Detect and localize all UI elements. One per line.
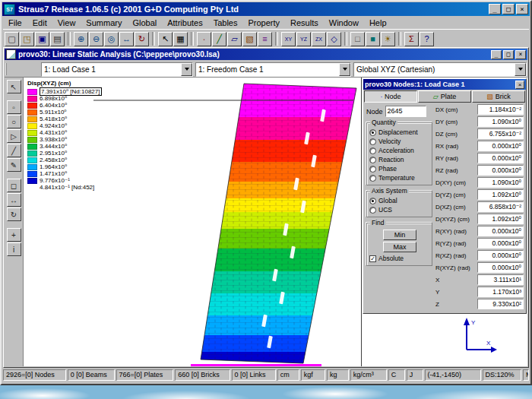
radio-acceleration[interactable]: Acceleration: [369, 146, 430, 155]
circle-select-tool-button[interactable]: ○: [7, 115, 21, 128]
results-panel-close-button[interactable]: ×: [515, 81, 524, 89]
radio-phase[interactable]: Phase: [369, 164, 430, 173]
result-value[interactable]: 1.090x10⁰: [477, 177, 524, 188]
result-value[interactable]: 3.111x10¹: [477, 274, 524, 285]
view-yz-button[interactable]: YZ: [296, 32, 311, 46]
result-value[interactable]: 0.000x10⁰: [477, 226, 524, 236]
axis-system-combobox[interactable]: Global XYZ (Cartesian): [353, 62, 527, 77]
minimize-button[interactable]: _: [489, 4, 501, 14]
brush-select-tool-button[interactable]: ✎: [7, 158, 21, 172]
menu-help[interactable]: Help: [364, 17, 392, 28]
freedom-case-combobox[interactable]: 1: Freedom Case 1: [195, 62, 351, 77]
zoom-all-button[interactable]: ◎: [104, 32, 119, 46]
entity-info-tool-button[interactable]: i: [7, 242, 21, 256]
result-value[interactable]: 0.000x10⁰: [477, 141, 524, 151]
tab-plate[interactable]: ▱Plate: [418, 90, 471, 103]
menu-global[interactable]: Global: [127, 17, 162, 28]
document-minimize-button[interactable]: _: [491, 50, 502, 59]
menu-summary[interactable]: Summary: [81, 17, 127, 28]
polygon-select-tool-button[interactable]: ▷: [7, 129, 21, 143]
pan-button[interactable]: ↔: [119, 32, 134, 46]
model-canvas[interactable]: Disp(XYZ) (cm) 7.391x10⁰ [Nd:10827]6.898…: [24, 78, 361, 366]
show-plates-button[interactable]: ▱: [227, 32, 242, 46]
document-close-button[interactable]: ×: [515, 50, 526, 59]
result-value[interactable]: 0.000x10⁰: [477, 165, 524, 176]
open-file-button[interactable]: ◳: [20, 32, 34, 46]
show-beams-button[interactable]: ╱: [212, 32, 226, 46]
tab-node[interactable]: ∙Node: [364, 90, 417, 103]
result-value[interactable]: 9.330x10²: [477, 299, 524, 309]
show-links-button[interactable]: ≡: [258, 32, 272, 46]
menu-edit[interactable]: Edit: [27, 17, 52, 28]
radio-ucs[interactable]: UCS: [369, 205, 430, 214]
radio-global[interactable]: Global: [369, 196, 430, 205]
radio-temperature[interactable]: Temperature: [369, 173, 430, 182]
result-value[interactable]: 0.000x10⁰: [477, 262, 524, 273]
shaded-mode-button[interactable]: ■: [366, 32, 380, 46]
menu-view[interactable]: View: [52, 17, 81, 28]
result-value[interactable]: 0.000x10⁰: [477, 153, 524, 163]
menu-results[interactable]: Results: [285, 17, 324, 28]
document-title-bar[interactable]: provo30: Linear Static Analysis (C:\pepp…: [5, 49, 527, 60]
show-bricks-button[interactable]: ▧: [242, 32, 257, 46]
dynamic-rotate-button[interactable]: ↻: [135, 32, 149, 46]
view-zx-button[interactable]: ZX: [312, 32, 326, 46]
load-case-combobox[interactable]: 1: Load Case 1: [41, 62, 193, 77]
document-restore-button[interactable]: □: [503, 50, 514, 59]
freedom-case-dropdown-button[interactable]: [339, 63, 350, 76]
result-value[interactable]: 1.184x10⁻²: [477, 104, 524, 115]
result-value[interactable]: 6.755x10⁻²: [477, 128, 524, 139]
rotate-tool-button[interactable]: ↻: [7, 207, 21, 221]
save-file-button[interactable]: ▣: [35, 32, 49, 46]
line-select-tool-button[interactable]: ╱: [7, 144, 21, 157]
absolute-checkbox[interactable]: ✓: [369, 255, 376, 262]
result-value[interactable]: 0.000x10⁰: [477, 250, 524, 261]
light-settings-button[interactable]: ☀: [381, 32, 395, 46]
results-panel-title-bar[interactable]: provo30 Nodes:1: Load Case 1 ×: [363, 79, 526, 90]
pointer-tool-button[interactable]: ↖: [7, 80, 21, 93]
radio-velocity[interactable]: Velocity: [369, 137, 430, 146]
menu-property[interactable]: Property: [242, 17, 285, 28]
radio-displacement[interactable]: Displacement: [369, 128, 430, 137]
results-settings-button[interactable]: Σ: [404, 32, 419, 46]
zoom-box-tool-button[interactable]: ◻: [7, 179, 21, 192]
radio-reaction[interactable]: Reaction: [369, 155, 430, 164]
load-case-dropdown-button[interactable]: [181, 63, 192, 76]
result-value[interactable]: 1.092x10⁰: [477, 189, 524, 200]
new-file-button[interactable]: ▢: [5, 32, 19, 46]
wireframe-mode-button[interactable]: □: [350, 32, 365, 46]
region-select-tool-button[interactable]: ▫: [7, 100, 21, 114]
show-nodes-button[interactable]: ∙: [197, 32, 211, 46]
result-value[interactable]: 1.090x10⁰: [477, 116, 524, 127]
zoom-out-button[interactable]: ⊖: [89, 32, 103, 46]
axis-system-dropdown-button[interactable]: [515, 63, 526, 76]
select-region-button[interactable]: ▦: [173, 32, 188, 46]
result-label: Y: [434, 289, 477, 296]
find-max-button[interactable]: Max: [383, 242, 416, 252]
absolute-checkbox-row[interactable]: ✓ Absolute: [369, 254, 430, 263]
node-number-field[interactable]: 2645: [385, 106, 426, 117]
find-min-button[interactable]: Min: [383, 230, 416, 240]
tab-brick[interactable]: ▧Brick: [472, 90, 525, 103]
menu-file[interactable]: File: [3, 17, 27, 28]
result-value[interactable]: 1.092x10⁰: [477, 214, 524, 224]
result-value[interactable]: 6.858x10⁻²: [477, 201, 524, 212]
measure-tool-button[interactable]: +: [7, 228, 21, 242]
help-button[interactable]: ?: [420, 32, 434, 46]
print-button[interactable]: ▤: [50, 32, 65, 46]
menu-tables[interactable]: Tables: [208, 17, 243, 28]
select-pointer-button[interactable]: ↖: [158, 32, 173, 46]
result-value[interactable]: 0.000x10⁰: [477, 238, 524, 249]
result-value[interactable]: 1.170x10³: [477, 287, 524, 297]
view-isometric-button[interactable]: ◇: [327, 32, 341, 46]
pan-tool-button[interactable]: ↔: [7, 193, 21, 207]
menu-attributes[interactable]: Attributes: [162, 17, 207, 28]
zoom-in-button[interactable]: ⊕: [74, 32, 88, 46]
main-title-bar[interactable]: S7 Straus7 Release 1.06.5 (c) 2001 G+D C…: [2, 2, 530, 16]
menu-window[interactable]: Window: [324, 17, 364, 28]
wall-model[interactable]: [180, 84, 356, 366]
close-button[interactable]: ×: [516, 4, 528, 14]
view-xy-button[interactable]: XY: [281, 32, 296, 46]
light-settings-icon: ☀: [385, 35, 392, 43]
maximize-button[interactable]: □: [502, 4, 515, 14]
